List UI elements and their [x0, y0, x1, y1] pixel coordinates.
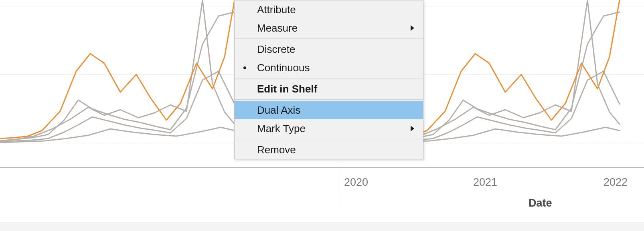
menu-item-measure[interactable]: Measure — [235, 19, 423, 37]
menu-separator — [235, 78, 423, 78]
menu-item-dual-axis[interactable]: Dual Axis — [235, 101, 423, 119]
menu-item-edit-in-shelf[interactable]: Edit in Shelf — [235, 80, 423, 98]
x-tick-label: 2021 — [473, 176, 497, 189]
menu-item-label: Edit in Shelf — [257, 83, 317, 95]
menu-separator — [235, 38, 423, 39]
checked-bullet-icon — [243, 66, 246, 69]
menu-separator — [235, 99, 423, 100]
menu-item-label: Continuous — [257, 62, 310, 74]
submenu-arrow-icon — [411, 126, 414, 131]
menu-item-label: Measure — [257, 22, 298, 34]
submenu-arrow-icon — [411, 25, 414, 31]
x-tick-label: 2020 — [344, 176, 368, 189]
menu-item-label: Discrete — [257, 43, 295, 55]
x-axis-title: Date — [529, 197, 552, 209]
menu-item-label: Attribute — [257, 4, 296, 16]
panel-separator — [339, 167, 339, 211]
menu-item-attribute[interactable]: Attribute — [235, 0, 423, 19]
x-axis-line — [0, 167, 644, 168]
menu-separator — [235, 139, 423, 139]
context-menu: Attribute Measure Discrete Continuous Ed… — [234, 0, 423, 159]
menu-item-discrete[interactable]: Discrete — [235, 40, 423, 58]
menu-item-remove[interactable]: Remove — [235, 141, 423, 159]
menu-item-continuous[interactable]: Continuous — [235, 58, 423, 77]
menu-item-mark-type[interactable]: Mark Type — [235, 119, 423, 138]
x-tick-label: 2022 — [603, 176, 628, 189]
menu-item-label: Remove — [257, 144, 296, 156]
bottom-bar — [0, 223, 644, 231]
menu-item-label: Mark Type — [257, 123, 306, 135]
menu-item-label: Dual Axis — [257, 104, 300, 116]
